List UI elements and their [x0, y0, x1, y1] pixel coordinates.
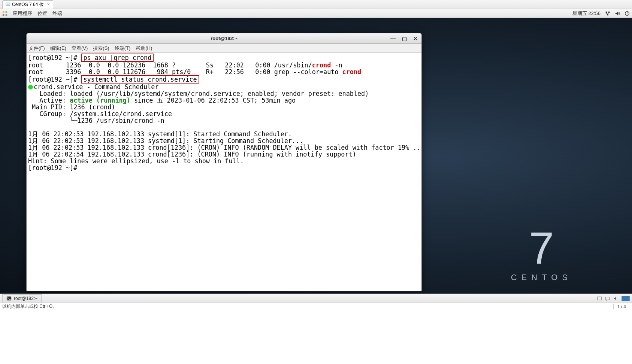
- maximize-button[interactable]: ▢: [400, 35, 408, 42]
- centos-wallpaper-logo: 7 CENTOS: [511, 225, 572, 282]
- tray-icon-1[interactable]: [597, 296, 602, 301]
- tray-notification-icon[interactable]: [605, 296, 610, 301]
- log-4: 1月 06 22:02:54 192.168.102.133 crond[123…: [28, 151, 356, 158]
- terminal-body[interactable]: [root@192 ~]# ps axu |grep crond root 12…: [27, 53, 421, 291]
- svc-active-rest: since 五 2023-01-06 22:02:53 CST; 53min a…: [130, 97, 296, 104]
- menu-terminal[interactable]: 终端: [52, 10, 62, 17]
- cmd-2-highlight: systemctl status crond.service: [81, 75, 199, 84]
- tray-volume-icon[interactable]: [613, 296, 619, 301]
- gnome-bottom-bar: root@192:~: [0, 294, 632, 303]
- svg-rect-6: [606, 11, 607, 13]
- prompt-1: [root@192 ~]#: [28, 54, 81, 61]
- svg-rect-12: [598, 297, 602, 300]
- centos-seven: 7: [511, 225, 572, 270]
- svg-rect-2: [3, 11, 4, 12]
- menu-edit[interactable]: 编辑(E): [50, 45, 66, 52]
- vm-icon: [6, 2, 10, 7]
- terminal-titlebar[interactable]: root@192:~ — ▢ ✕: [27, 33, 421, 44]
- cmd-1-highlight: ps axu |grep crond: [81, 54, 154, 62]
- desktop-area: 7 CENTOS root@192:~ — ▢ ✕ 文件(F) 编辑(E) 查看…: [0, 18, 632, 294]
- status-dot-icon: [28, 85, 33, 90]
- svc-cgroup-line: └─1236 /usr/sbin/crond -n: [28, 117, 164, 124]
- taskbar-item-label: root@192:~: [14, 296, 37, 301]
- hint-line: Hint: Some lines were ellipsized, use -l…: [28, 157, 244, 165]
- minimize-button[interactable]: —: [389, 35, 397, 42]
- prompt-3: [root@192 ~]#: [28, 164, 81, 172]
- close-icon[interactable]: ×: [47, 2, 50, 7]
- ps-line-1-crond: crond: [312, 61, 331, 69]
- menu-file[interactable]: 文件(F): [29, 45, 45, 52]
- svg-point-1: [7, 3, 9, 5]
- workspace-indicator[interactable]: [622, 296, 630, 301]
- svg-rect-3: [6, 11, 7, 12]
- svg-rect-4: [3, 14, 4, 15]
- ps-line-2a: root 3396 0.0 0.0 112676 984 pts/0 R+ 22…: [28, 68, 342, 76]
- close-button[interactable]: ✕: [412, 35, 419, 42]
- svc-active-label: Active:: [28, 97, 70, 104]
- menu-help[interactable]: 帮助(H): [136, 45, 152, 52]
- menu-search[interactable]: 搜索(S): [93, 45, 109, 52]
- menu-applications[interactable]: 应用程序: [13, 10, 32, 17]
- host-tab-bar: CentOS 7 64 位 ×: [0, 0, 632, 9]
- gnome-top-bar: 应用程序 位置 终端 星期五 22:56: [0, 9, 632, 18]
- terminal-window: root@192:~ — ▢ ✕ 文件(F) 编辑(E) 查看(V) 搜索(S)…: [26, 33, 422, 291]
- host-vm-tab[interactable]: CentOS 7 64 位 ×: [2, 0, 53, 9]
- log-3: 1月 06 22:02:53 192.168.102.133 crond[123…: [28, 144, 421, 151]
- svg-rect-5: [6, 14, 7, 15]
- log-2: 1月 06 22:02:53 192.168.102.133 systemd[1…: [28, 137, 303, 145]
- volume-icon[interactable]: [615, 11, 620, 16]
- taskbar-item-terminal[interactable]: root@192:~: [2, 294, 42, 303]
- terminal-menubar: 文件(F) 编辑(E) 查看(V) 搜索(S) 终端(T) 帮助(H): [27, 44, 421, 53]
- svc-active-value: active (running): [70, 97, 130, 104]
- applications-icon: [2, 11, 7, 16]
- prompt-2: [root@192 ~]#: [28, 76, 81, 83]
- host-status-text: 以机内部单击或按 Ctrl+G。: [2, 303, 57, 310]
- ps-line-1b: -n: [331, 61, 342, 69]
- power-icon[interactable]: [625, 11, 630, 16]
- ps-line-2-crond: crond: [342, 68, 362, 76]
- terminal-title: root@192:~: [211, 36, 238, 41]
- terminal-icon: [6, 296, 12, 301]
- svc-loaded: Loaded: loaded (/usr/lib/systemd/system/…: [28, 90, 369, 97]
- log-1: 1月 06 22:02:53 192.168.102.133 systemd[1…: [28, 130, 292, 138]
- clock-label[interactable]: 星期五 22:56: [572, 10, 601, 17]
- menu-view[interactable]: 查看(V): [72, 45, 88, 52]
- svg-rect-7: [608, 11, 610, 13]
- ps-line-1a: root 1236 0.0 0.0 126236 1668 ? Ss 22:02…: [28, 61, 312, 69]
- centos-name: CENTOS: [511, 273, 572, 282]
- svc-cgroup: CGroup: /system.slice/crond.service: [28, 110, 172, 118]
- host-status-bar: 以机内部单击或按 Ctrl+G。 1 / 4: [0, 303, 632, 310]
- svc-pid: Main PID: 1236 (crond): [28, 103, 115, 111]
- host-tab-label: CentOS 7 64 位: [12, 1, 44, 8]
- menu-terminal-m[interactable]: 终端(T): [115, 45, 131, 52]
- svg-rect-11: [7, 297, 11, 301]
- svc-header: crond.service - Command Scheduler: [34, 83, 158, 91]
- network-icon[interactable]: [605, 11, 610, 16]
- menu-places[interactable]: 位置: [37, 10, 47, 17]
- host-page-indicator: 1 / 4: [613, 304, 630, 309]
